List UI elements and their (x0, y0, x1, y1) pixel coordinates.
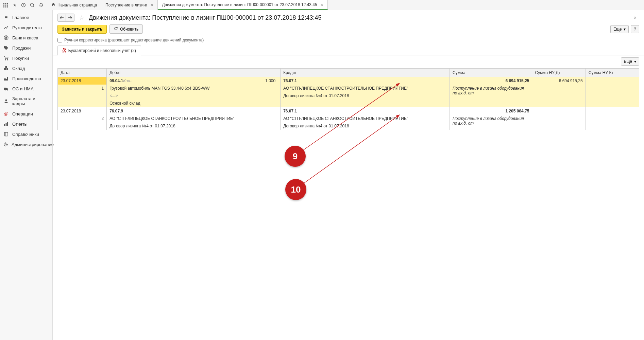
page-header: ☆ Движения документа: Поступление в лизи… (53, 10, 644, 24)
chart-icon (3, 121, 9, 127)
gear-icon (3, 142, 8, 147)
sidebar-item-main[interactable]: ≡ Главное (0, 12, 52, 22)
sidebar-item-catalogs[interactable]: Справочники (0, 129, 52, 139)
svg-rect-8 (7, 6, 8, 7)
apps-icon[interactable] (1, 0, 10, 10)
tab-label: Поступление в лизинг (105, 3, 147, 7)
svg-rect-18 (6, 68, 8, 70)
sidebar-item-label: Склад (12, 66, 25, 71)
button-label: Обновить (120, 27, 138, 32)
factory-icon (3, 76, 9, 81)
svg-rect-3 (3, 4, 4, 5)
svg-point-14 (5, 47, 5, 47)
content-area: ☆ Движения документа: Поступление в лизи… (53, 10, 644, 340)
sidebar-item-label: ОС и НМА (12, 86, 34, 91)
sidebar-item-operations[interactable]: ДтКт Операции (0, 109, 52, 119)
svg-rect-4 (5, 4, 6, 5)
refresh-button[interactable]: Обновить (109, 24, 143, 34)
sidebar-item-admin[interactable]: Администрирование (0, 139, 52, 149)
close-icon[interactable]: × (151, 2, 153, 8)
trend-icon (3, 25, 9, 30)
annotation-badge-10: 10 (285, 179, 306, 200)
tab-document-1[interactable]: Поступление в лизинг × (101, 0, 158, 10)
chevron-down-icon: ▾ (634, 59, 636, 64)
bell-icon[interactable] (37, 0, 46, 10)
svg-rect-26 (4, 132, 8, 136)
history-icon[interactable] (19, 0, 28, 10)
svg-rect-5 (7, 4, 8, 5)
svg-point-20 (5, 90, 5, 90)
svg-point-21 (7, 90, 7, 90)
svg-rect-2 (7, 3, 8, 4)
favorite-star-icon[interactable]: ☆ (78, 14, 85, 21)
svg-rect-0 (3, 3, 4, 4)
svg-rect-7 (5, 6, 6, 7)
manual-adjust-checkbox[interactable] (57, 38, 62, 42)
sidebar-item-label: Банк и касса (12, 35, 38, 40)
nav-back-forward (57, 14, 74, 22)
tab-label: Движения документа: Поступление в лизинг… (162, 2, 317, 7)
search-icon[interactable] (28, 0, 37, 10)
button-label: Записать и закрыть (62, 27, 102, 32)
tab-document-2[interactable]: Движения документа: Поступление в лизинг… (158, 0, 328, 10)
sidebar-item-reports[interactable]: Отчеты (0, 119, 52, 129)
svg-line-30 (295, 83, 400, 156)
more-button[interactable]: Еще ▾ (610, 25, 629, 33)
sidebar-item-assets[interactable]: ОС и НМА (0, 84, 52, 94)
svg-point-16 (7, 59, 8, 60)
svg-point-28 (5, 144, 6, 145)
person-icon (3, 99, 9, 104)
sidebar-item-label: Операции (12, 111, 33, 117)
svg-rect-6 (3, 6, 4, 7)
chevron-down-icon: ▾ (624, 27, 626, 32)
sidebar-item-label: Зарплата и кадры (12, 96, 49, 106)
page-title: Движения документа: Поступление в лизинг… (89, 14, 322, 21)
sidebar-item-label: Продажи (12, 46, 31, 51)
svg-rect-1 (5, 3, 6, 4)
table-more-button[interactable]: Еще ▾ (621, 57, 639, 66)
sidebar-item-label: Производство (12, 76, 41, 81)
button-label: Еще (624, 59, 632, 64)
page-close-icon[interactable]: × (631, 15, 639, 20)
window-tabs: Начальная страница Поступление в лизинг … (47, 0, 328, 10)
sidebar-item-label: Главное (12, 15, 29, 20)
tab-accounting[interactable]: ДтКт Бухгалтерский и налоговый учет (2) (57, 46, 141, 55)
svg-point-22 (5, 100, 7, 101)
register-tabs: ДтКт Бухгалтерский и налоговый учет (2) (53, 45, 644, 55)
svg-rect-17 (4, 68, 6, 70)
save-close-button[interactable]: Записать и закрыть (57, 25, 107, 34)
ruble-icon: ₽ (3, 35, 9, 40)
dtkt-icon: ДтКт (63, 48, 66, 53)
sidebar-item-sales[interactable]: Продажи (0, 43, 52, 53)
forward-button[interactable] (66, 14, 74, 21)
star-icon[interactable]: ★ (10, 0, 19, 10)
svg-line-11 (33, 6, 35, 7)
sidebar-item-hr[interactable]: Зарплата и кадры (0, 94, 52, 109)
sidebar-item-label: Справочники (12, 132, 39, 137)
back-button[interactable] (58, 14, 66, 21)
boxes-icon (3, 66, 9, 71)
help-button[interactable]: ? (631, 25, 639, 33)
table-container: Дата Дебет Кредит Сумма Сумма НУ Дт Сумм… (53, 66, 644, 340)
tab-label: Бухгалтерский и налоговый учет (2) (68, 48, 136, 53)
top-toolbar: ★ Начальная страница Поступление в лизин… (0, 0, 644, 10)
svg-rect-19 (5, 66, 7, 68)
dtkt-icon: ДтКт (3, 111, 9, 117)
toolbar-global-icons: ★ (0, 0, 47, 10)
svg-rect-24 (6, 123, 7, 126)
sidebar-item-warehouse[interactable]: Склад (0, 63, 52, 73)
svg-point-10 (31, 3, 34, 6)
close-icon[interactable]: × (321, 2, 323, 7)
sidebar-item-label: Руководителю (12, 25, 42, 30)
sidebar-item-manager[interactable]: Руководителю (0, 22, 52, 33)
sidebar-item-label: Администрирование (12, 142, 54, 147)
sidebar-item-production[interactable]: Производство (0, 73, 52, 84)
tab-home[interactable]: Начальная страница (47, 0, 101, 10)
manual-adjust-label: Ручная корректировка (разрешает редактир… (64, 38, 204, 42)
sidebar-item-bank[interactable]: ₽ Банк и касса (0, 33, 52, 43)
sidebar-item-purchases[interactable]: Покупки (0, 53, 52, 63)
svg-rect-23 (4, 124, 5, 126)
menu-icon: ≡ (3, 15, 9, 20)
svg-line-31 (295, 115, 400, 189)
tab-label: Начальная страница (57, 3, 97, 7)
